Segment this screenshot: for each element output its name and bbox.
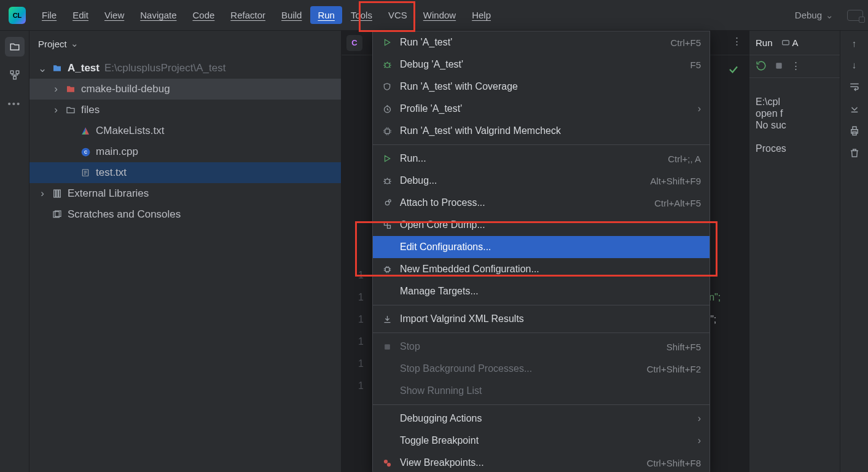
tree-label: Scratches and Consoles <box>68 208 181 221</box>
tab-a-truncated[interactable]: A <box>781 34 799 52</box>
print-icon[interactable] <box>849 125 860 136</box>
soft-wrap-icon[interactable] <box>849 81 860 92</box>
menu-run[interactable]: Run <box>310 6 342 24</box>
layout-settings-icon[interactable] <box>847 10 863 21</box>
menu-debug-generic[interactable]: Debug... Alt+Shift+F9 <box>373 170 710 192</box>
menu-vcs[interactable]: VCS <box>381 6 415 24</box>
trash-icon[interactable] <box>849 148 860 159</box>
left-tool-rail: ••• <box>0 31 29 472</box>
svg-marker-4 <box>85 127 89 135</box>
editor-tab-icon[interactable]: C <box>346 35 362 51</box>
chip-icon <box>381 264 393 275</box>
tree-folder-build[interactable]: › cmake-build-debug <box>29 79 341 100</box>
run-output[interactable]: E:\cpl open f No suc Proces <box>749 78 840 172</box>
menu-separator <box>373 305 710 305</box>
run-menu-dropdown: Run 'A_test' Ctrl+F5 Debug 'A_test' F5 R… <box>372 31 710 472</box>
tab-run[interactable]: Run <box>756 34 773 52</box>
folder-icon <box>65 104 76 116</box>
menu-edit-configurations[interactable]: Edit Configurations... <box>373 236 710 258</box>
svg-rect-21 <box>853 127 856 130</box>
tree-folder-files[interactable]: › files <box>29 100 341 120</box>
svg-rect-33 <box>385 267 389 271</box>
svg-text:C: C <box>84 150 87 154</box>
rerun-icon[interactable] <box>756 60 767 71</box>
down-arrow-icon[interactable]: ↓ <box>852 60 857 70</box>
right-tool-rail: ↑ ↓ <box>840 31 868 472</box>
more-icon[interactable]: ⋮ <box>791 60 800 71</box>
blank-icon <box>381 363 393 374</box>
collapse-arrow-icon[interactable]: › <box>52 104 60 116</box>
expand-arrow-icon[interactable]: ⌄ <box>38 62 47 75</box>
menu-toggle-breakpoint[interactable]: Toggle Breakpoint › <box>373 430 710 452</box>
menu-debug-target[interactable]: Debug 'A_test' F5 <box>373 53 710 76</box>
editor-more-icon[interactable]: ⋮ <box>732 36 741 47</box>
menu-debugging-actions[interactable]: Debugging Actions › <box>373 407 710 430</box>
menu-import-valgrind[interactable]: Import Valgrind XML Results <box>373 308 710 330</box>
core-dump-icon <box>381 219 393 230</box>
menu-run-target[interactable]: Run 'A_test' Ctrl+F5 <box>373 31 710 53</box>
bug-icon <box>381 175 393 186</box>
svg-rect-14 <box>59 190 61 197</box>
cmake-file-icon <box>80 125 91 136</box>
bug-icon <box>381 59 393 70</box>
run-icon <box>381 37 393 48</box>
run-config-selector[interactable]: Debug ⌄ <box>790 7 839 23</box>
line-gutter: 1 1 1 1 1 1 <box>342 264 369 472</box>
svg-rect-32 <box>387 225 390 228</box>
tree-label: External Libraries <box>68 187 149 200</box>
tree-file-main[interactable]: C main.cpp <box>29 141 341 162</box>
tree-file-cmake[interactable]: CMakeLists.txt <box>29 120 341 141</box>
menu-manage-targets[interactable]: Manage Targets... <box>373 280 710 302</box>
memcheck-icon <box>381 125 393 136</box>
menu-edit[interactable]: Edit <box>65 6 96 24</box>
menu-refactor[interactable]: Refactor <box>223 6 273 24</box>
root-name: A_test <box>68 62 100 74</box>
svg-rect-2 <box>13 76 16 79</box>
menu-build[interactable]: Build <box>274 6 309 24</box>
menu-profile-target[interactable]: Profile 'A_test' › <box>373 98 710 120</box>
svg-rect-26 <box>385 128 389 133</box>
menu-file[interactable]: File <box>34 6 64 24</box>
menu-help[interactable]: Help <box>464 6 498 24</box>
collapse-arrow-icon[interactable]: › <box>52 83 60 95</box>
blank-icon <box>381 413 393 424</box>
menu-navigate[interactable]: Navigate <box>133 6 184 24</box>
project-panel: Project ⌄ ⌄ A_test E:\cplusplusProject\A… <box>29 31 342 472</box>
app-logo-icon: CL <box>9 7 26 24</box>
tree-root[interactable]: ⌄ A_test E:\cplusplusProject\A_test <box>29 58 341 79</box>
project-tool-button[interactable] <box>5 37 25 57</box>
stop-icon[interactable] <box>774 61 784 71</box>
menu-open-core-dump[interactable]: Open Core Dump... <box>373 214 710 236</box>
blank-icon <box>381 286 393 297</box>
file-label: CMakeLists.txt <box>96 125 164 137</box>
chevron-down-icon: ⌄ <box>71 38 79 49</box>
svg-rect-0 <box>10 71 14 74</box>
svg-marker-27 <box>385 155 390 161</box>
tree-file-test[interactable]: test.txt <box>29 162 341 183</box>
more-tools-button[interactable]: ••• <box>5 93 25 113</box>
tree-external-libraries[interactable]: › External Libraries <box>29 183 341 204</box>
svg-point-30 <box>388 199 391 202</box>
menu-view[interactable]: View <box>97 6 131 24</box>
menu-run-coverage[interactable]: Run 'A_test' with Coverage <box>373 76 710 98</box>
menu-run-generic[interactable]: Run... Ctrl+;, A <box>373 148 710 170</box>
chevron-right-icon: › <box>698 435 701 446</box>
project-panel-header[interactable]: Project ⌄ <box>29 31 341 57</box>
menu-window[interactable]: Window <box>416 6 463 24</box>
scroll-to-end-icon[interactable] <box>849 103 860 114</box>
menu-show-running: Show Running List <box>373 380 710 402</box>
svg-rect-1 <box>16 71 19 74</box>
svg-rect-13 <box>57 190 58 197</box>
up-arrow-icon[interactable]: ↑ <box>852 38 857 49</box>
structure-tool-button[interactable] <box>5 65 25 85</box>
menu-separator <box>373 332 710 333</box>
tree-scratches[interactable]: Scratches and Consoles <box>29 204 341 225</box>
menu-code[interactable]: Code <box>185 6 222 24</box>
menu-new-embedded-config[interactable]: New Embedded Configuration... <box>373 258 710 280</box>
run-icon <box>381 153 393 164</box>
menu-run-valgrind[interactable]: Run 'A_test' with Valgrind Memcheck <box>373 120 710 142</box>
menu-attach-process[interactable]: Attach to Process... Ctrl+Alt+F5 <box>373 192 710 214</box>
menu-tools[interactable]: Tools <box>343 6 380 24</box>
collapse-arrow-icon[interactable]: › <box>38 187 47 200</box>
menu-view-breakpoints[interactable]: View Breakpoints... Ctrl+Shift+F8 <box>373 452 710 472</box>
